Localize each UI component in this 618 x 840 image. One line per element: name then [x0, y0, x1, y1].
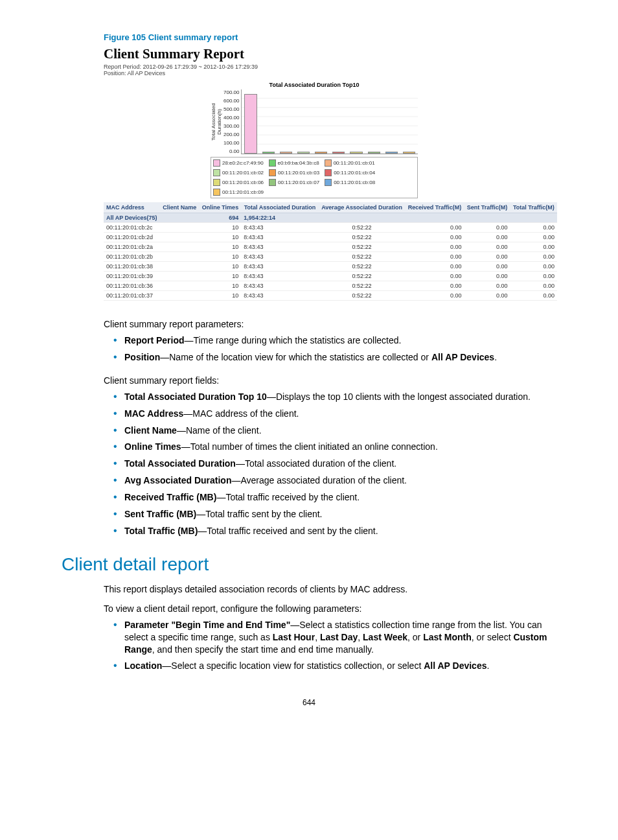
chart-bar	[368, 152, 380, 154]
chart-bar	[280, 152, 292, 154]
table-body: All AP Devices(75)6941,954:22:1400:11:20…	[104, 213, 557, 301]
list-item: Location—Select a specific location view…	[117, 660, 556, 672]
table-header: Client Name	[160, 202, 199, 213]
page-number: 644	[62, 698, 556, 707]
list-item: Sent Traffic (MB)—Total traffic sent by …	[117, 508, 556, 520]
legend-item: 00:11:20:01:cb:04	[325, 169, 375, 176]
list-item: MAC Address—MAC address of the client.	[117, 408, 556, 420]
chart-ylabel: Total Associated Duration(h)	[211, 89, 222, 154]
section-heading-client-detail: Client detail report	[62, 554, 556, 575]
table-row: 00:11:20:01:cb:38108:43:430:52:220.000.0…	[104, 262, 557, 272]
table-header: MAC Address	[104, 202, 160, 213]
legend-item: 28:e0:2c:c7:49:90	[213, 159, 264, 167]
chart-bar	[403, 152, 415, 154]
chart-bar	[244, 94, 257, 154]
list-item: Received Traffic (MB)—Total traffic rece…	[117, 491, 556, 504]
table-header: Average Associated Duration	[319, 202, 406, 213]
chart-bar	[350, 152, 362, 154]
chart-plot	[241, 89, 418, 154]
legend-item: 00:11:20:01:cb:07	[269, 179, 319, 186]
legend-item: 00:11:20:01:cb:08	[325, 179, 375, 186]
table-header: Sent Traffic(M)	[464, 202, 510, 213]
table-header: Total Traffic(M)	[510, 202, 557, 213]
table-header: Online Times	[200, 202, 242, 213]
list-item: Position—Name of the location view for w…	[117, 351, 556, 364]
list-item: Total Associated Duration—Total associat…	[117, 458, 556, 470]
table-row: 00:11:20:01:cb:2b108:43:430:52:220.000.0…	[104, 252, 557, 262]
report-position: Position: All AP Devices	[104, 70, 556, 76]
table-row: 00:11:20:01:cb:37108:43:430:52:220.000.0…	[104, 291, 557, 301]
legend-item: 00:11:20:01:cb:03	[269, 169, 319, 176]
table-header-row: MAC AddressClient NameOnline TimesTotal …	[104, 202, 557, 213]
chart-bar	[315, 152, 327, 154]
legend-item: 00:11:20:01:cb:09	[213, 189, 264, 196]
chart-legend: 28:e0:2c:c7:49:90e0:b9:ba:04:3b:c800:11:…	[211, 157, 418, 198]
table-row: 00:11:20:01:cb:2d108:43:430:52:220.000.0…	[104, 233, 557, 242]
chart-top10: Total Associated Duration Top10 Total As…	[211, 82, 418, 198]
table-summary-row: All AP Devices(75)6941,954:22:14	[104, 213, 557, 223]
chart-title: Total Associated Duration Top10	[211, 82, 418, 88]
table-header: Total Associated Duration	[241, 202, 318, 213]
table-row: 00:11:20:01:cb:2a108:43:430:52:220.000.0…	[104, 242, 557, 252]
report-period: Report Period: 2012-09-26 17:29:39 ~ 201…	[104, 64, 556, 70]
chart-yticks: 700.00600.00500.00400.00300.00200.00100.…	[223, 89, 241, 154]
list-item: Total Traffic (MB)—Total traffic receive…	[117, 525, 556, 537]
list-item: Total Associated Duration Top 10—Display…	[117, 391, 556, 403]
list-item: Avg Associated Duration—Average associat…	[117, 474, 556, 487]
list-item: Online Times—Total number of times the c…	[117, 441, 556, 453]
chart-bar	[262, 152, 275, 154]
list-item: Client Name—Name of the client.	[117, 425, 556, 437]
list-item: Report Period—Time range during which th…	[117, 334, 556, 347]
legend-item: 00:11:20:01:cb:06	[213, 179, 264, 186]
table-row: 00:11:20:01:cb:2c108:43:430:52:220.000.0…	[104, 223, 557, 233]
legend-item: 00:11:20:01:cb:01	[325, 159, 375, 167]
chart-bar	[385, 152, 398, 154]
chart-bar	[297, 152, 310, 154]
report-title: Client Summary Report	[104, 46, 556, 62]
legend-item: e0:b9:ba:04:3b:c8	[269, 159, 319, 167]
table-row: 00:11:20:01:cb:39108:43:430:52:220.000.0…	[104, 272, 557, 281]
legend-item: 00:11:20:01:cb:02	[213, 169, 264, 176]
chart-bar	[332, 152, 345, 154]
figure-caption: Figure 105 Client summary report	[104, 32, 556, 42]
paragraph: To view a client detail report, configur…	[104, 603, 556, 614]
fields-intro: Client summary report fields:	[104, 375, 556, 386]
table-header: Received Traffic(M)	[405, 202, 464, 213]
client-summary-table: MAC AddressClient NameOnline TimesTotal …	[104, 202, 557, 301]
table-row: 00:11:20:01:cb:36108:43:430:52:220.000.0…	[104, 281, 557, 291]
params-intro: Client summary report parameters:	[104, 319, 556, 329]
paragraph: This report displays detailed associatio…	[104, 584, 556, 594]
list-item: Parameter "Begin Time and End Time"—Sele…	[117, 619, 556, 656]
